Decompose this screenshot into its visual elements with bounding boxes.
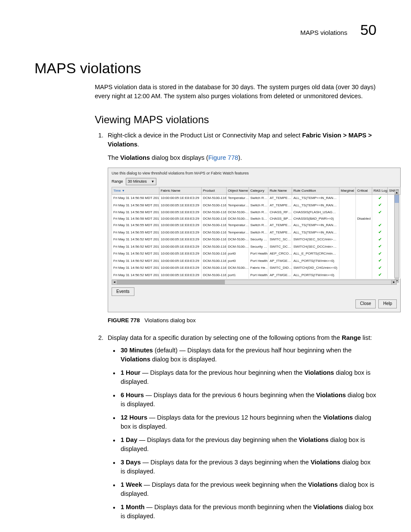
events-button[interactable]: Events: [112, 287, 134, 296]
scroll-left-icon[interactable]: ◄: [112, 280, 117, 284]
step2-suffix: list:: [361, 334, 372, 341]
table-cell: [339, 229, 356, 236]
table-cell: ALL_TS(TEMP==IN_RAN…: [292, 229, 339, 236]
column-header[interactable]: RAS Log: [372, 187, 388, 195]
table-row[interactable]: Fri May 31 14:56:52 MDT 201310:00:00:05:…: [112, 236, 401, 243]
column-header[interactable]: Category: [249, 187, 268, 195]
table-cell: DCM-5100-116: [202, 194, 227, 202]
table-cell: port1: [227, 271, 249, 279]
scrollbar-thumb[interactable]: [395, 195, 399, 203]
table-cell: Fri May 31 14:56:52 MDT 2013: [112, 243, 159, 250]
check-icon: ✔: [374, 195, 386, 202]
table-cell: Switch R…: [249, 202, 268, 209]
table-cell: [339, 243, 356, 250]
table-cell: DCM-5100-116: [202, 236, 227, 243]
table-row[interactable]: Fri May 31 14:56:55 MDT 201310:00:00:05:…: [112, 222, 401, 229]
column-header[interactable]: Object Name: [227, 187, 249, 195]
table-row[interactable]: Fri May 31 14:56:58 MDT 201310:00:00:05:…: [112, 216, 401, 222]
table-cell: 10:00:00:05:1E:E8:E3:29: [159, 216, 202, 222]
range-option-name: 12 Hours: [121, 414, 147, 421]
column-header[interactable]: Rule Condition: [292, 187, 339, 195]
table-row[interactable]: Fri May 31 14:56:58 MDT 201310:00:00:05:…: [112, 209, 401, 216]
range-label: Range: [112, 179, 123, 184]
table-cell: DCM-5100-116: [202, 202, 227, 209]
table-cell: Switch R…: [249, 222, 268, 229]
table-cell: ✔: [372, 250, 388, 258]
table-cell: AEP_CRCO…: [268, 250, 292, 258]
check-icon: ✔: [374, 272, 386, 278]
table-cell: [356, 243, 372, 250]
table-cell: Temperatur…: [227, 229, 249, 236]
scroll-up-icon[interactable]: ▲: [395, 190, 399, 194]
vertical-scrollbar[interactable]: ▲ ▼: [394, 195, 399, 278]
table-row[interactable]: Fri May 31 14:56:58 MDT 201310:00:00:05:…: [112, 194, 401, 202]
table-cell: Fri May 31 14:56:55 MDT 2013: [112, 222, 159, 229]
close-button[interactable]: Close: [355, 299, 376, 308]
table-cell: [339, 250, 356, 258]
table-cell: 10:00:00:05:1E:E8:E3:29: [159, 209, 202, 216]
table-cell: port0: [227, 250, 249, 258]
table-row[interactable]: Fri May 31 14:56:58 MDT 201310:00:00:05:…: [112, 202, 401, 209]
table-cell: DCM-5100-…: [227, 264, 249, 272]
table-cell: DCM-5100-…: [227, 216, 249, 222]
table-cell: ✔: [372, 222, 388, 229]
table-cell: AT_TEMPE…: [268, 229, 292, 236]
table-cell: Fri May 31 14:56:52 MDT 2013: [112, 250, 159, 258]
table-row[interactable]: Fri May 31 14:56:55 MDT 201310:00:00:05:…: [112, 229, 401, 236]
violations-table: Time ▼Fabric NameProductObject NameCateg…: [112, 187, 401, 279]
step1-suffix: .: [137, 141, 139, 148]
check-icon: ✔: [374, 222, 386, 229]
table-cell: [356, 264, 372, 272]
table-cell: SWITCH(DID_CHG/min>=0): [292, 264, 339, 272]
table-row[interactable]: Fri May 31 14:56:52 MDT 201310:00:00:05:…: [112, 257, 401, 264]
figure-link[interactable]: Figure 778: [208, 154, 238, 161]
table-cell: Switch S…: [249, 216, 268, 222]
hscrollbar-thumb[interactable]: [117, 280, 225, 284]
table-cell: DCM-5100-116: [202, 250, 227, 258]
table-cell: SWITC_DC…: [268, 243, 292, 250]
table-cell: ✔: [372, 209, 388, 216]
table-cell: SWITC_SC…: [268, 236, 292, 243]
list-item: 1 Week — Displays data for the previous …: [121, 480, 377, 498]
table-row[interactable]: Fri May 31 14:56:52 MDT 201310:00:00:05:…: [112, 250, 401, 258]
check-icon: ✔: [374, 229, 386, 236]
range-dropdown[interactable]: 30 Minutes ▼: [126, 178, 157, 185]
range-option-name: 30 Minutes: [121, 347, 153, 354]
column-header[interactable]: Marginal: [339, 187, 356, 195]
table-cell: ALL_TS(TEMP==IN_RAN…: [292, 202, 339, 209]
table-row[interactable]: Fri May 31 14:56:52 MDT 201310:00:00:05:…: [112, 243, 401, 250]
column-header[interactable]: Critical: [356, 187, 372, 195]
table-cell: AT_TEMPE…: [268, 194, 292, 202]
range-value: 30 Minutes: [128, 179, 147, 184]
check-icon: ✔: [374, 258, 386, 264]
table-cell: Switch R…: [249, 194, 268, 202]
figure-caption: FIGURE 778 Violations dialog box: [108, 317, 377, 325]
column-header[interactable]: Time ▼: [112, 187, 159, 195]
scroll-right-icon[interactable]: ►: [391, 280, 396, 284]
table-cell: [356, 236, 372, 243]
table-cell: Fri May 31 14:56:52 MDT 2013: [112, 257, 159, 264]
column-header[interactable]: Rule Name: [268, 187, 292, 195]
table-cell: CHASS_BP…: [268, 216, 292, 222]
table-cell: Port Health: [249, 271, 268, 279]
horizontal-scrollbar[interactable]: ◄ ►: [112, 280, 397, 285]
table-row[interactable]: Fri May 31 14:56:52 MDT 201310:00:00:05:…: [112, 264, 401, 272]
table-cell: Disabled: [356, 216, 372, 222]
dialog-name: Violations: [299, 436, 329, 443]
table-cell: 10:00:00:05:1E:E8:E3:29: [159, 229, 202, 236]
step2-prefix: Display data for a specific duration by …: [108, 334, 342, 341]
step1-result-b: Violations: [120, 154, 150, 161]
table-cell: [339, 271, 356, 279]
table-row[interactable]: Fri May 31 14:56:52 MDT 201310:00:00:05:…: [112, 271, 401, 279]
list-item: 12 Hours — Displays data for the previou…: [121, 413, 377, 431]
column-header[interactable]: Fabric Name: [159, 187, 202, 195]
help-button[interactable]: Help: [378, 299, 397, 308]
table-cell: 10:00:00:05:1E:E8:E3:29: [159, 236, 202, 243]
column-header[interactable]: Product: [202, 187, 227, 195]
table-cell: [356, 257, 372, 264]
section-heading: Viewing MAPS violations: [95, 114, 377, 126]
table-cell: 10:00:00:05:1E:E8:E3:29: [159, 264, 202, 272]
table-cell: Fri May 31 14:56:58 MDT 2013: [112, 216, 159, 222]
table-cell: SWITC_DID…: [268, 264, 292, 272]
table-cell: 10:00:00:05:1E:E8:E3:29: [159, 222, 202, 229]
